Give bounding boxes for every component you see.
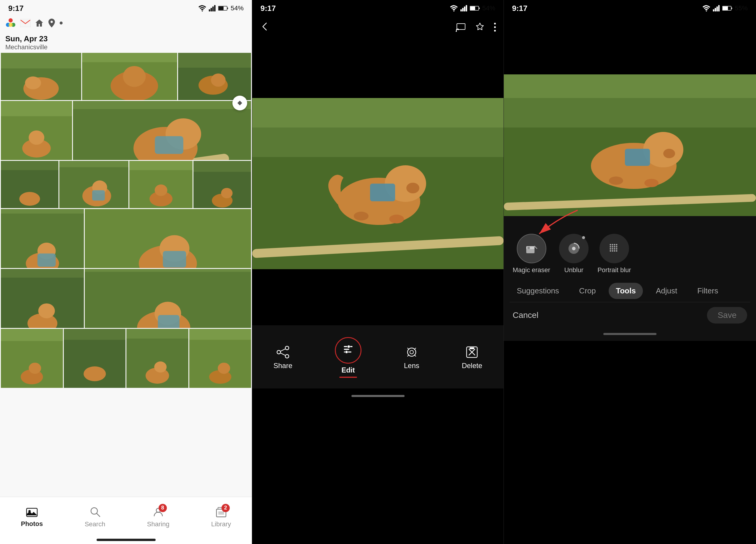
photo-thumb-15[interactable] xyxy=(126,329,188,388)
wifi-icon-p2 xyxy=(450,5,458,12)
cancel-button[interactable]: Cancel xyxy=(513,310,538,320)
svg-point-156 xyxy=(614,244,615,246)
svg-point-128 xyxy=(410,350,413,354)
svg-rect-96 xyxy=(460,9,462,12)
grid-row-1 xyxy=(1,101,251,160)
photo-thumb-2[interactable] xyxy=(178,53,251,100)
search-nav-icon xyxy=(89,506,101,517)
photo-thumb-0[interactable] xyxy=(1,53,81,100)
svg-point-163 xyxy=(612,248,613,250)
svg-point-49 xyxy=(221,188,233,198)
svg-point-104 xyxy=(494,23,496,25)
nav-label-search: Search xyxy=(85,520,105,528)
nav-label-photos: Photos xyxy=(21,520,43,528)
portrait-blur-circle xyxy=(599,234,629,263)
svg-point-168 xyxy=(614,250,615,252)
status-bar-panel2: 9:17 xyxy=(252,0,504,15)
cast-icon[interactable] xyxy=(456,22,466,32)
panel-edit-tools: 9:17 xyxy=(504,0,756,544)
tab-filters[interactable]: Filters xyxy=(690,283,725,299)
photo-grid xyxy=(0,53,252,388)
svg-point-146 xyxy=(644,179,659,187)
photo-grid-header: Sun, Apr 23 Mechanicsville xyxy=(0,31,252,53)
scroll-fab[interactable] xyxy=(232,96,247,110)
photo-thumb-16[interactable] xyxy=(189,329,251,388)
toolbar-lens[interactable]: Lens xyxy=(404,345,419,370)
svg-rect-102 xyxy=(457,24,465,30)
status-icons-p2: 54% xyxy=(450,4,495,12)
svg-line-120 xyxy=(281,349,285,351)
svg-rect-144 xyxy=(625,149,650,166)
photo-thumb-11[interactable] xyxy=(1,269,84,328)
favorite-icon[interactable] xyxy=(475,22,485,32)
panel-photos-grid: 9:17 xyxy=(0,0,252,544)
more-options-icon[interactable] xyxy=(493,22,496,32)
svg-point-95 xyxy=(453,11,454,12)
gmail-icon xyxy=(20,19,31,27)
status-bar-panel3: 9:17 xyxy=(504,0,756,15)
tab-suggestions[interactable]: Suggestions xyxy=(510,283,566,299)
portrait-blur-icon xyxy=(606,241,622,257)
photo-thumb-13[interactable] xyxy=(1,329,63,388)
edit-icon xyxy=(342,344,355,357)
home-icon-status xyxy=(35,19,44,27)
photo-thumb-12[interactable] xyxy=(85,269,251,328)
svg-rect-137 xyxy=(723,6,728,10)
photo-thumb-14[interactable] xyxy=(64,329,126,388)
tab-crop[interactable]: Crop xyxy=(572,283,603,299)
p2-header-icons xyxy=(456,22,496,32)
svg-point-27 xyxy=(29,131,44,145)
svg-point-160 xyxy=(614,246,615,248)
edit-underline xyxy=(339,377,357,378)
nav-item-photos[interactable]: Photos xyxy=(21,506,43,528)
bottom-nav: Photos Search 8 Sharing xyxy=(0,497,252,544)
library-badge: 2 xyxy=(221,504,230,512)
save-button[interactable]: Save xyxy=(707,307,747,323)
nav-item-library[interactable]: 2 Library xyxy=(211,506,231,528)
svg-point-161 xyxy=(616,246,617,248)
svg-point-166 xyxy=(610,250,611,252)
svg-rect-1 xyxy=(209,9,210,12)
svg-point-118 xyxy=(277,350,281,354)
photo-thumb-4[interactable] xyxy=(73,101,251,160)
photo-thumb-7[interactable] xyxy=(129,161,193,208)
photo-thumb-3[interactable] xyxy=(1,101,72,160)
photo-thumb-1[interactable] xyxy=(82,53,177,100)
svg-point-85 xyxy=(218,363,230,374)
tab-adjust[interactable]: Adjust xyxy=(649,283,684,299)
back-button[interactable] xyxy=(259,21,270,33)
svg-rect-134 xyxy=(716,6,718,12)
photo-thumb-5[interactable] xyxy=(1,161,58,208)
status-bar-panel1: 9:17 xyxy=(0,0,252,15)
photo-thumb-6[interactable] xyxy=(59,161,128,208)
svg-point-81 xyxy=(154,361,167,372)
photo-thumb-9[interactable] xyxy=(1,209,84,268)
wifi-icon-p3 xyxy=(702,5,711,12)
portrait-blur-label: Portrait blur xyxy=(597,266,631,274)
tool-portrait-blur[interactable]: Portrait blur xyxy=(597,234,631,274)
toolbar-delete[interactable]: Delete xyxy=(462,345,482,370)
svg-point-155 xyxy=(612,244,613,246)
svg-rect-113 xyxy=(370,184,395,201)
nav-item-sharing[interactable]: 8 Sharing xyxy=(147,506,170,528)
toolbar-share[interactable]: Share xyxy=(273,345,292,370)
svg-rect-135 xyxy=(718,5,720,12)
svg-point-158 xyxy=(610,246,611,248)
p3-main-photo[interactable] xyxy=(504,74,756,216)
toolbar-edit[interactable]: Edit xyxy=(335,337,361,378)
nav-item-search[interactable]: Search xyxy=(85,506,105,528)
share-icon xyxy=(276,345,290,359)
tab-tools[interactable]: Tools xyxy=(609,283,643,299)
grid-row-3 xyxy=(1,209,251,268)
photo-thumb-10[interactable] xyxy=(85,209,251,268)
p3-black-top xyxy=(504,15,756,74)
status-time-p1: 9:17 xyxy=(8,4,24,13)
svg-point-157 xyxy=(616,244,617,246)
photo-thumb-8[interactable] xyxy=(193,161,251,208)
svg-point-131 xyxy=(706,11,707,12)
wifi-icon xyxy=(198,5,206,12)
unblur-icon xyxy=(566,241,582,257)
main-photo[interactable] xyxy=(252,98,504,269)
grid-row-5 xyxy=(1,329,251,388)
status-icons-p3: 55% xyxy=(702,4,748,12)
